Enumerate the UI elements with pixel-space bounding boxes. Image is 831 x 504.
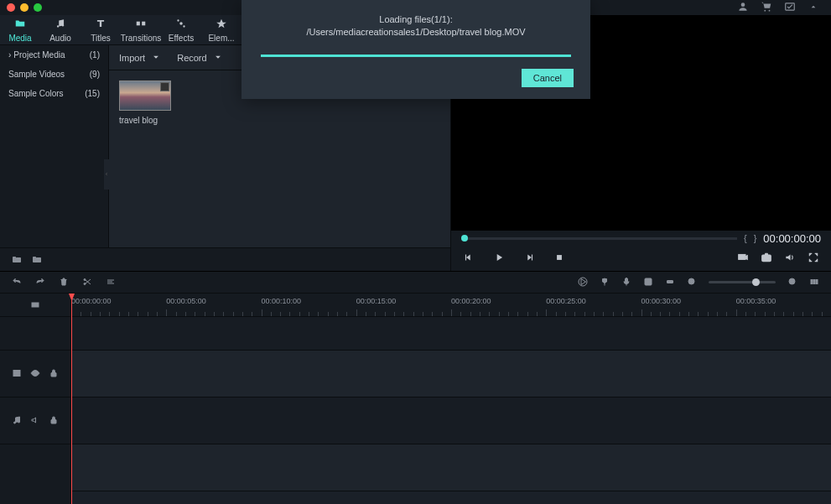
play-button[interactable]	[493, 252, 505, 265]
snapshot-icon[interactable]	[761, 252, 772, 265]
collapse-sidebar-handle[interactable]: ‹	[104, 159, 109, 190]
sidebar-item-sample-videos[interactable]: Sample Videos (9)	[0, 65, 108, 84]
tab-titles[interactable]: Titles	[81, 15, 121, 44]
delete-folder-icon[interactable]	[32, 254, 42, 266]
folder-icon	[14, 18, 26, 32]
lock-icon[interactable]	[49, 368, 59, 380]
maximize-window-button[interactable]	[34, 3, 42, 12]
text-icon	[95, 18, 106, 32]
sidebar-count: (1)	[90, 50, 100, 60]
chevron-down-icon	[212, 51, 224, 65]
film-icon	[12, 368, 22, 380]
render-icon[interactable]	[578, 277, 588, 288]
zoom-in-icon[interactable]	[787, 277, 797, 288]
timeline-tracks[interactable]: 00:00:00:0000:00:05:0000:00:10:0000:00:1…	[71, 294, 831, 504]
undo-button[interactable]	[12, 277, 22, 288]
sidebar-label: Sample Videos	[8, 70, 65, 79]
delete-button[interactable]	[59, 277, 69, 288]
mixer-icon[interactable]	[643, 277, 653, 288]
tab-effects[interactable]: Effects	[161, 15, 201, 44]
edit-button[interactable]	[106, 277, 116, 288]
volume-icon[interactable]	[784, 252, 796, 265]
mark-in-icon[interactable]: {	[744, 233, 747, 243]
add-track-icon[interactable]	[30, 299, 40, 311]
preview-timecode: 00:00:00:00	[763, 232, 821, 245]
svg-point-1	[764, 10, 766, 12]
keyframe-icon[interactable]	[665, 277, 675, 288]
visibility-icon[interactable]	[30, 368, 40, 380]
ruler-mark: 00:00:20:00	[451, 297, 491, 305]
timeline-playhead[interactable]	[71, 294, 72, 504]
svg-rect-13	[532, 255, 532, 261]
tab-audio[interactable]: Audio	[40, 15, 81, 44]
scrub-playhead[interactable]	[461, 235, 468, 242]
svg-rect-25	[667, 280, 673, 283]
voiceover-icon[interactable]	[621, 277, 631, 288]
svg-point-24	[649, 282, 650, 283]
ruler-mark: 00:00:10:00	[262, 297, 302, 305]
marker-icon[interactable]	[600, 277, 610, 288]
split-button[interactable]	[82, 277, 92, 288]
svg-rect-37	[51, 419, 56, 423]
redo-button[interactable]	[35, 277, 45, 288]
import-dropdown[interactable]: Import	[119, 51, 162, 65]
ruler-mark: 00:00:05:00	[166, 297, 206, 305]
stop-button[interactable]	[553, 252, 565, 265]
extra-track[interactable]	[71, 444, 831, 491]
cart-icon[interactable]	[761, 1, 772, 14]
music-icon	[55, 18, 66, 32]
video-track[interactable]	[71, 351, 831, 397]
video-track-header	[0, 351, 70, 397]
svg-marker-11	[216, 18, 226, 28]
loading-path: /Users/mediacreationsales1/Desktop/trave…	[306, 26, 525, 39]
record-dropdown[interactable]: Record	[177, 51, 223, 65]
timeline-ruler[interactable]: 00:00:00:0000:00:05:0000:00:10:0000:00:1…	[71, 294, 831, 317]
svg-rect-22	[645, 278, 652, 285]
svg-rect-34	[51, 372, 56, 377]
zoom-fit-icon[interactable]	[809, 277, 819, 288]
loading-title: Loading files(1/1):	[306, 13, 525, 26]
tab-media[interactable]: Media	[0, 15, 40, 44]
svg-rect-6	[137, 21, 140, 25]
pin-icon[interactable]	[808, 1, 819, 14]
svg-rect-12	[465, 255, 466, 261]
tab-elements[interactable]: Elem...	[201, 15, 242, 44]
thumbnail-image	[119, 81, 171, 111]
elements-icon	[216, 18, 227, 32]
close-window-button[interactable]	[7, 3, 15, 12]
chevron-right-icon: ›	[8, 50, 11, 60]
svg-rect-15	[739, 255, 745, 260]
audio-track-header	[0, 397, 70, 444]
sidebar-item-project-media[interactable]: ›Project Media (1)	[0, 45, 108, 65]
mark-out-icon[interactable]: }	[754, 233, 757, 243]
lock-icon[interactable]	[49, 415, 59, 427]
tab-label: Titles	[91, 34, 111, 43]
dropdown-label: Record	[177, 53, 206, 63]
sidebar-count: (9)	[90, 70, 100, 79]
preview-scrubber[interactable]	[461, 237, 737, 240]
render-preview-icon[interactable]	[737, 252, 749, 265]
audio-track[interactable]	[71, 397, 831, 444]
tab-label: Transitions	[121, 34, 162, 43]
thumbnail-label: travel blog	[119, 116, 171, 125]
next-frame-button[interactable]	[523, 252, 535, 265]
ruler-mark: 00:00:00:00	[71, 297, 112, 305]
svg-point-2	[769, 10, 771, 12]
user-icon[interactable]	[737, 1, 749, 14]
sidebar-item-sample-colors[interactable]: Sample Colors (15)	[0, 84, 108, 103]
mute-icon[interactable]	[30, 415, 40, 427]
zoom-slider[interactable]	[709, 281, 776, 283]
mail-check-icon[interactable]	[784, 1, 796, 14]
zoom-knob[interactable]	[752, 278, 760, 286]
cancel-button[interactable]: Cancel	[522, 69, 574, 87]
svg-point-17	[765, 257, 768, 260]
tab-label: Audio	[49, 34, 71, 43]
zoom-out-icon[interactable]	[687, 277, 697, 288]
prev-frame-button[interactable]	[463, 252, 475, 265]
svg-rect-29	[813, 279, 815, 283]
media-thumbnail[interactable]: travel blog	[119, 81, 171, 125]
tab-transitions[interactable]: Transitions	[121, 15, 161, 44]
minimize-window-button[interactable]	[20, 3, 29, 12]
fullscreen-icon[interactable]	[808, 252, 819, 265]
new-folder-icon[interactable]	[12, 254, 22, 266]
